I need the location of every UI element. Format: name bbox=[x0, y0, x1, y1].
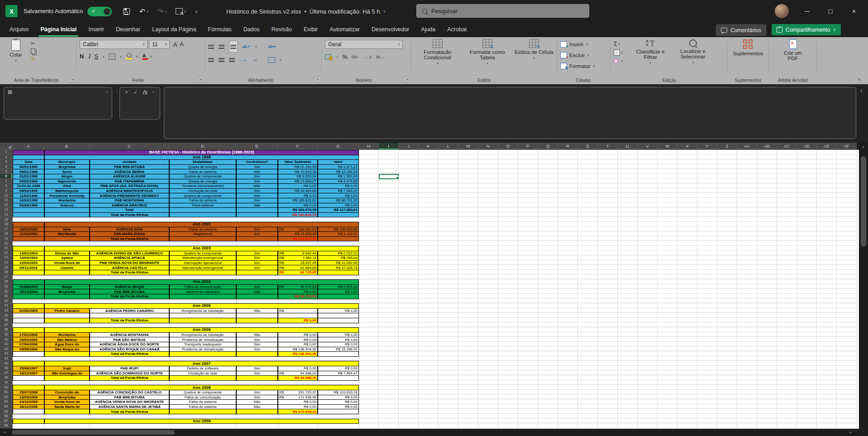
cell-G36[interactable] bbox=[318, 318, 359, 323]
row-header-33[interactable]: 33 bbox=[0, 303, 13, 308]
col-header-M[interactable]: M bbox=[458, 143, 478, 150]
row-header-20[interactable]: 20 bbox=[0, 241, 13, 246]
avatar[interactable] bbox=[775, 4, 789, 18]
cell-F26[interactable]: R$84.725,85 bbox=[278, 270, 318, 275]
col-header-AE[interactable]: AE bbox=[817, 143, 837, 150]
percent-style-button[interactable]: % bbox=[342, 53, 348, 60]
format-painter-icon[interactable]: ✎ bbox=[31, 56, 35, 62]
row-header-31[interactable]: 31 bbox=[0, 294, 13, 299]
row-header-24[interactable]: 24 bbox=[0, 260, 13, 265]
align-center-icon[interactable] bbox=[219, 58, 224, 62]
fill-button[interactable]: ↓∨ bbox=[614, 49, 623, 56]
cell-E36[interactable] bbox=[236, 318, 278, 323]
find-select-button[interactable]: Localizar e Selecionar∨ bbox=[671, 39, 715, 76]
col-header-T[interactable]: T bbox=[598, 143, 618, 150]
undo-button[interactable]: ↶∨ bbox=[139, 0, 149, 23]
row-header-45[interactable]: 45 bbox=[0, 361, 13, 366]
horizontal-scrollbar[interactable]: ◂ ▸ bbox=[0, 429, 868, 436]
row-header-9[interactable]: 9 bbox=[0, 188, 13, 193]
enter-icon[interactable]: ✓ bbox=[133, 89, 138, 96]
row-header-49[interactable]: 49 bbox=[0, 380, 13, 385]
tab-desenvolvedor[interactable]: Desenvolvedor bbox=[366, 23, 415, 37]
comma-style-button[interactable]: 000 bbox=[352, 55, 358, 59]
chevron-down-icon[interactable]: ∨ bbox=[336, 55, 338, 59]
col-header-E[interactable]: E bbox=[236, 143, 278, 150]
row-header-19[interactable]: 19 bbox=[0, 236, 13, 241]
wrap-text-icon[interactable]: ab↩ bbox=[268, 44, 276, 49]
col-header-R[interactable]: R bbox=[558, 143, 578, 150]
col-header-H[interactable]: H bbox=[359, 143, 379, 150]
cell-B19[interactable] bbox=[44, 236, 90, 242]
cell-E48[interactable] bbox=[236, 375, 278, 381]
cell-F36[interactable]: R$ 0,00 bbox=[278, 318, 318, 323]
tab-página-inicial[interactable]: Página Inicial bbox=[34, 23, 82, 37]
autosave-toggle[interactable]: ✓ bbox=[87, 7, 112, 16]
row-header-35[interactable]: 35 bbox=[0, 313, 13, 318]
chevron-down-icon[interactable]: ∨ bbox=[153, 91, 155, 94]
decrease-decimal-icon[interactable]: .00→ bbox=[375, 55, 383, 59]
row-header-40[interactable]: 40 bbox=[0, 337, 13, 342]
cell-F55[interactable]: R$ 373.659,33 bbox=[278, 409, 318, 414]
merge-center-icon[interactable] bbox=[268, 57, 275, 63]
expand-formula-bar-icon[interactable]: ∨ bbox=[860, 89, 863, 93]
col-header-Q[interactable]: Q bbox=[538, 143, 558, 150]
row-header-18[interactable]: 18 bbox=[0, 231, 13, 236]
row-header-10[interactable]: 10 bbox=[0, 193, 13, 198]
formula-input[interactable] bbox=[164, 87, 856, 139]
row-header-26[interactable]: 26 bbox=[0, 270, 13, 275]
col-header-V[interactable]: V bbox=[638, 143, 658, 150]
row-header-57[interactable]: 57 bbox=[0, 419, 13, 424]
col-header-S[interactable]: S bbox=[578, 143, 598, 150]
bold-button[interactable]: N bbox=[80, 53, 84, 60]
tab-arquivo[interactable]: Arquivo bbox=[4, 23, 34, 37]
col-header-A[interactable]: A bbox=[13, 143, 44, 150]
cell-B26[interactable] bbox=[44, 270, 90, 275]
tab-automatizar[interactable]: Automatizar bbox=[324, 23, 366, 37]
row-header-52[interactable]: 52 bbox=[0, 395, 13, 400]
cell-A55[interactable] bbox=[13, 409, 44, 414]
scroll-left-icon[interactable]: ◂ bbox=[4, 429, 5, 436]
cell-G19[interactable] bbox=[318, 236, 359, 242]
row-header-16[interactable]: 16 bbox=[0, 222, 13, 227]
cell-A43[interactable] bbox=[13, 351, 44, 357]
quick-table-button[interactable]: ∨ bbox=[176, 0, 186, 23]
row-header-7[interactable]: 7 bbox=[0, 179, 13, 184]
cell-C48[interactable]: Total da Perda Efetiva bbox=[90, 375, 169, 381]
cell-B31[interactable] bbox=[44, 294, 90, 299]
cell-A31[interactable] bbox=[13, 294, 44, 299]
qat-customize-button[interactable]: ∨ bbox=[194, 0, 198, 23]
share-button[interactable]: Compartilhamento ∨ bbox=[772, 24, 841, 35]
currency-icon[interactable] bbox=[325, 54, 332, 59]
formula-bar-grip[interactable]: ⋮ bbox=[114, 89, 119, 95]
font-color-icon[interactable]: A bbox=[143, 53, 146, 60]
row-header-41[interactable]: 41 bbox=[0, 342, 13, 347]
col-header-O[interactable]: O bbox=[498, 143, 518, 150]
row-header-30[interactable]: 30 bbox=[0, 289, 13, 294]
cell-G14[interactable] bbox=[318, 212, 359, 218]
col-header-W[interactable]: W bbox=[658, 143, 677, 150]
tab-dados[interactable]: Dados bbox=[238, 23, 266, 37]
save-button[interactable] bbox=[123, 0, 130, 23]
tab-acrobat[interactable]: Acrobat bbox=[441, 23, 472, 37]
tab-desenhar[interactable]: Desenhar bbox=[110, 23, 146, 37]
paste-button[interactable]: Colar ∨ bbox=[5, 39, 27, 76]
cell-C55[interactable]: Total da Perda Efetiva bbox=[90, 409, 169, 414]
cell-E19[interactable] bbox=[236, 236, 278, 242]
col-header-L[interactable]: L bbox=[439, 143, 458, 150]
copy-icon[interactable] bbox=[31, 48, 35, 54]
delete-cells-button[interactable]: × Excluir∨ bbox=[560, 50, 608, 60]
cell-B48[interactable] bbox=[44, 375, 90, 381]
chevron-down-icon[interactable]: ∨ bbox=[102, 55, 105, 58]
col-header-N[interactable]: N bbox=[478, 143, 498, 150]
number-format-select[interactable]: Geral∨ bbox=[325, 40, 403, 49]
italic-button[interactable]: I bbox=[88, 53, 90, 60]
cell-B57[interactable]: Ano 2009 bbox=[44, 419, 359, 424]
tab-ajuda[interactable]: Ajuda bbox=[415, 23, 441, 37]
tab-exibir[interactable]: Exibir bbox=[298, 23, 324, 37]
cell-G31[interactable] bbox=[318, 294, 359, 299]
cell-D36[interactable] bbox=[169, 318, 236, 323]
align-top-icon[interactable] bbox=[208, 45, 214, 49]
increase-font-icon[interactable]: Aˆ bbox=[173, 41, 178, 48]
cell-B36[interactable] bbox=[44, 318, 90, 323]
font-dialog-launcher[interactable]: ↘ bbox=[197, 77, 204, 82]
